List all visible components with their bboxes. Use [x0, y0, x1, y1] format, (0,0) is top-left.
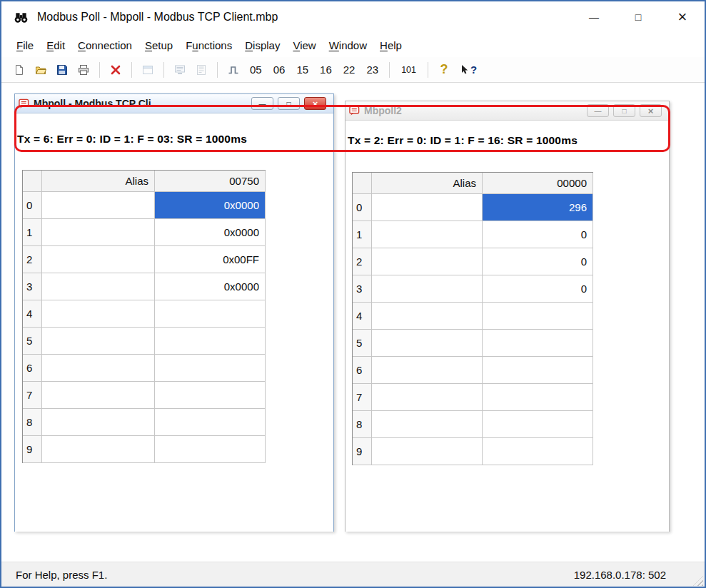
row-number-cell[interactable]: 8: [353, 411, 372, 438]
function-22-button[interactable]: 22: [338, 64, 361, 76]
alias-cell[interactable]: [42, 273, 155, 300]
value-cell[interactable]: [155, 300, 266, 328]
alias-cell[interactable]: [42, 246, 155, 273]
minimize-button[interactable]: —: [572, 1, 616, 33]
menu-edit[interactable]: Edit: [40, 36, 71, 55]
menu-view[interactable]: View: [286, 36, 322, 55]
disconnect-button[interactable]: [105, 61, 126, 78]
value-cell[interactable]: [155, 436, 266, 463]
row-number-cell[interactable]: 5: [23, 328, 42, 355]
value-column-header[interactable]: 00750: [155, 171, 266, 192]
save-button[interactable]: [51, 61, 73, 78]
value-cell[interactable]: 0: [483, 248, 593, 275]
row-number-cell[interactable]: 7: [353, 384, 372, 411]
value-cell[interactable]: [155, 328, 266, 355]
read-write-definition-button[interactable]: [137, 61, 158, 78]
value-cell[interactable]: [155, 355, 266, 382]
child-maximize-button[interactable]: □: [278, 97, 300, 110]
value-cell[interactable]: [155, 382, 266, 409]
alias-cell[interactable]: [372, 275, 483, 303]
function-15-button[interactable]: 15: [291, 64, 314, 76]
value-cell[interactable]: [483, 384, 593, 411]
row-number-cell[interactable]: 6: [23, 355, 42, 382]
alias-cell[interactable]: [42, 436, 155, 463]
row-number-cell[interactable]: 0: [353, 194, 372, 221]
menu-display[interactable]: Display: [238, 36, 286, 55]
pulse-button[interactable]: [223, 61, 244, 78]
alias-cell[interactable]: [42, 300, 155, 328]
row-number-cell[interactable]: 8: [23, 409, 42, 436]
value-column-header[interactable]: 00000: [483, 173, 593, 194]
alias-cell[interactable]: [42, 355, 155, 382]
about-button[interactable]: ?: [433, 61, 455, 78]
menu-file[interactable]: File: [10, 36, 40, 55]
context-help-button[interactable]: ?: [455, 61, 482, 78]
value-cell[interactable]: 0x00FF: [155, 246, 266, 273]
row-number-cell[interactable]: 6: [353, 357, 372, 384]
function-23-button[interactable]: 23: [360, 64, 384, 76]
resize-grip[interactable]: [693, 576, 703, 586]
function-05-button[interactable]: 05: [244, 64, 268, 76]
print-button[interactable]: [73, 61, 94, 78]
row-number-cell[interactable]: 1: [23, 219, 42, 246]
child-title-bar[interactable]: Mbpoll2 — □ ×: [346, 101, 669, 121]
corner-header-cell[interactable]: [23, 171, 42, 192]
child-minimize-button[interactable]: —: [587, 104, 609, 117]
alias-cell[interactable]: [42, 409, 155, 436]
row-number-cell[interactable]: 7: [23, 382, 42, 409]
alias-cell[interactable]: [42, 328, 155, 355]
menu-connection[interactable]: Connection: [71, 36, 138, 55]
value-cell[interactable]: 0: [483, 275, 593, 303]
row-number-cell[interactable]: 1: [353, 221, 372, 248]
alias-cell[interactable]: [42, 219, 155, 246]
value-cell[interactable]: [155, 409, 266, 436]
row-number-cell[interactable]: 4: [23, 300, 42, 328]
menu-window[interactable]: Window: [323, 36, 373, 55]
row-number-cell[interactable]: 5: [353, 330, 372, 357]
value-cell[interactable]: 296: [483, 194, 593, 221]
alias-column-header[interactable]: Alias: [372, 173, 483, 194]
alias-cell[interactable]: [372, 221, 483, 248]
value-cell[interactable]: [483, 438, 593, 465]
menu-setup[interactable]: Setup: [138, 36, 179, 55]
alias-cell[interactable]: [42, 192, 155, 219]
alias-cell[interactable]: [372, 438, 483, 465]
communication-traffic-button[interactable]: [169, 61, 191, 78]
value-cell[interactable]: [483, 330, 593, 357]
alias-cell[interactable]: [42, 382, 155, 409]
alias-cell[interactable]: [372, 248, 483, 275]
function-16-button[interactable]: 16: [314, 64, 338, 76]
row-number-cell[interactable]: 9: [353, 438, 372, 465]
value-cell[interactable]: 0: [483, 221, 593, 248]
alias-cell[interactable]: [372, 330, 483, 357]
function-06-button[interactable]: 06: [268, 64, 291, 76]
test-center-button[interactable]: 101: [395, 65, 423, 75]
row-number-cell[interactable]: 3: [23, 273, 42, 300]
row-number-cell[interactable]: 0: [23, 192, 42, 219]
row-number-cell[interactable]: 4: [353, 303, 372, 330]
value-cell[interactable]: 0x0000: [155, 219, 266, 246]
alias-cell[interactable]: [372, 411, 483, 438]
alias-cell[interactable]: [372, 194, 483, 221]
value-cell[interactable]: 0x0000: [155, 192, 266, 219]
new-file-button[interactable]: [9, 61, 30, 78]
menu-functions[interactable]: Functions: [179, 36, 238, 55]
row-number-cell[interactable]: 9: [23, 436, 42, 463]
child-close-button[interactable]: ×: [304, 97, 326, 110]
value-cell[interactable]: [483, 303, 593, 330]
row-number-cell[interactable]: 2: [23, 246, 42, 273]
menu-help[interactable]: Help: [373, 36, 408, 55]
child-close-button[interactable]: ×: [640, 104, 662, 117]
child-title-bar[interactable]: Mbpoll - Modbus TCP Cli... — □ ×: [15, 94, 333, 113]
alias-cell[interactable]: [372, 303, 483, 330]
row-number-cell[interactable]: 2: [353, 248, 372, 275]
child-minimize-button[interactable]: —: [251, 97, 273, 110]
alias-column-header[interactable]: Alias: [42, 171, 155, 192]
open-file-button[interactable]: [30, 61, 51, 78]
corner-header-cell[interactable]: [353, 173, 372, 194]
alias-cell[interactable]: [372, 357, 483, 384]
child-maximize-button[interactable]: □: [613, 104, 635, 117]
row-number-cell[interactable]: 3: [353, 275, 372, 303]
alias-cell[interactable]: [372, 384, 483, 411]
maximize-button[interactable]: □: [616, 1, 660, 33]
